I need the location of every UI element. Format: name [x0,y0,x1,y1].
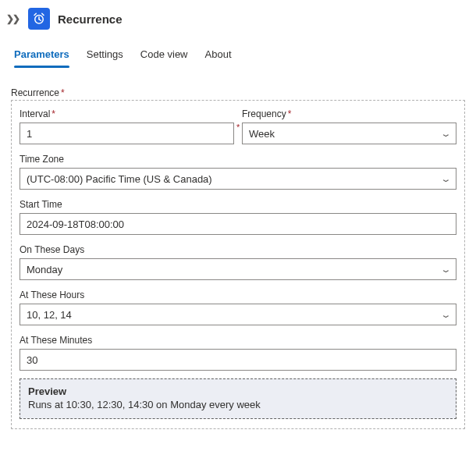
frequency-label: Frequency [242,108,286,119]
svg-line-2 [39,20,41,21]
minutes-field: At These Minutes 30 [20,335,456,371]
required-marker: * [52,108,55,119]
required-marker: * [61,87,65,98]
interval-field: Interval* 1 [20,108,234,144]
expand-icon[interactable]: ❯❯ [5,12,20,26]
timezone-field: Time Zone (UTC-08:00) Pacific Time (US &… [20,154,456,190]
interval-input[interactable]: 1 [20,123,234,144]
hours-field: At These Hours 10, 12, 14 ⌄ [20,290,456,325]
interval-label: Interval [20,108,50,119]
tab-about[interactable]: About [205,42,232,68]
preview-box: Preview Runs at 10:30, 12:30, 14:30 on M… [20,378,456,419]
hours-value: 10, 12, 14 [27,309,72,321]
header-bar: ❯❯ Recurrence [0,0,476,37]
days-select[interactable]: Monday ⌄ [20,258,456,280]
chevron-down-icon: ⌄ [440,129,451,139]
minutes-value: 30 [27,354,37,366]
days-field: On These Days Monday ⌄ [20,244,456,280]
group-label-text: Recurrence [11,87,59,98]
interval-value: 1 [27,128,32,140]
days-label: On These Days [20,244,456,255]
page-title: Recurrence [58,12,123,26]
frequency-value: Week [249,128,275,140]
timezone-value: (UTC-08:00) Pacific Time (US & Canada) [27,173,212,185]
form-canvas: Recurrence* Interval* 1 Frequency* * Wee… [0,69,476,437]
recurrence-group: Interval* 1 Frequency* * Week ⌄ Time Zon… [11,100,465,429]
minutes-label: At These Minutes [20,335,456,346]
timezone-select[interactable]: (UTC-08:00) Pacific Time (US & Canada) ⌄ [20,168,456,190]
tab-bar: Parameters Settings Code view About [0,37,476,69]
starttime-label: Start Time [20,199,456,210]
svg-line-3 [34,13,36,15]
hours-label: At These Hours [20,290,456,300]
group-label: Recurrence* [11,87,465,98]
hours-select[interactable]: 10, 12, 14 ⌄ [20,304,456,325]
required-marker: * [288,108,292,119]
alarm-clock-icon [32,12,46,26]
minutes-input[interactable]: 30 [20,349,456,371]
frequency-field: Frequency* * Week ⌄ [242,108,456,144]
frequency-select[interactable]: Week ⌄ [242,123,456,144]
starttime-input[interactable]: 2024-09-18T08:00:00 [20,213,456,235]
chevron-down-icon: ⌄ [440,265,451,275]
tab-code-view[interactable]: Code view [140,42,188,68]
starttime-value: 2024-09-18T08:00:00 [27,218,124,230]
preview-title: Preview [28,385,448,397]
days-value: Monday [27,264,62,275]
starttime-field: Start Time 2024-09-18T08:00:00 [20,199,456,235]
recurrence-tile [28,8,50,30]
chevron-down-icon: ⌄ [440,310,451,320]
timezone-label: Time Zone [20,154,456,165]
tab-settings[interactable]: Settings [87,42,123,68]
tab-parameters[interactable]: Parameters [14,42,69,68]
preview-text: Runs at 10:30, 12:30, 14:30 on Monday ev… [28,399,448,410]
side-required-marker: * [236,123,240,132]
chevron-down-icon: ⌄ [440,174,451,184]
svg-line-4 [42,13,44,15]
